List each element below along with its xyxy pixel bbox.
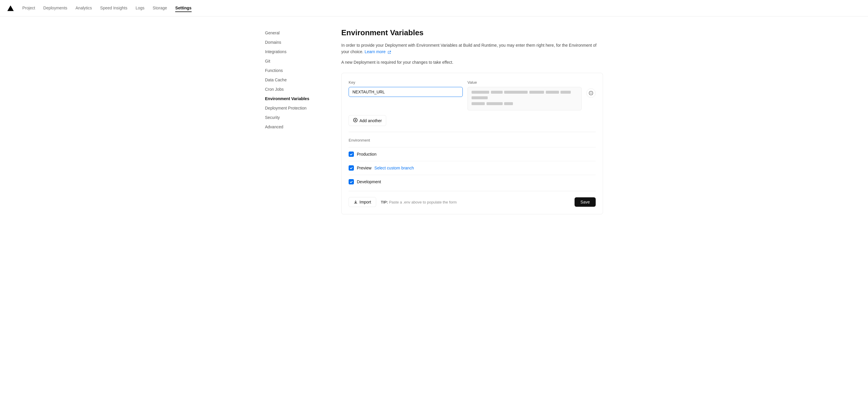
- tip-label: TIP:: [381, 200, 388, 204]
- value-box[interactable]: [467, 87, 582, 111]
- sidebar-item-advanced[interactable]: Advanced: [265, 122, 324, 132]
- env-development-row: Development: [349, 175, 596, 188]
- nav-project[interactable]: Project: [22, 4, 35, 12]
- select-custom-branch-link[interactable]: Select custom branch: [374, 166, 414, 170]
- production-label: Production: [357, 152, 376, 156]
- add-another-button[interactable]: Add another: [349, 115, 386, 126]
- topnav: Project Deployments Analytics Speed Insi…: [0, 0, 868, 17]
- development-label: Development: [357, 179, 381, 184]
- production-checkbox[interactable]: [349, 151, 354, 157]
- env-var-card: Key Value: [341, 73, 603, 215]
- preview-checkbox[interactable]: [349, 165, 354, 171]
- description: In order to provide your Deployment with…: [341, 42, 603, 55]
- sidebar-item-domains[interactable]: Domains: [265, 37, 324, 47]
- tip-text: TIP: Paste a .env above to populate the …: [381, 200, 457, 204]
- footer-row: Import TIP: Paste a .env above to popula…: [349, 191, 596, 207]
- save-button[interactable]: Save: [575, 197, 596, 207]
- key-col: Key: [349, 80, 463, 97]
- page-title: Environment Variables: [341, 28, 603, 37]
- add-another-label: Add another: [360, 118, 382, 123]
- sidebar-item-cron-jobs[interactable]: Cron Jobs: [265, 85, 324, 94]
- nav-logs[interactable]: Logs: [135, 4, 144, 12]
- import-label: Import: [360, 200, 371, 204]
- logo[interactable]: [7, 5, 14, 12]
- section-divider: [349, 132, 596, 132]
- nav-settings[interactable]: Settings: [175, 4, 191, 12]
- nav-analytics[interactable]: Analytics: [75, 4, 92, 12]
- nav-deployments[interactable]: Deployments: [43, 4, 67, 12]
- key-input[interactable]: [349, 87, 463, 97]
- import-icon: [353, 200, 358, 204]
- kv-row: Key Value: [349, 80, 596, 111]
- tip-content: Paste a .env above to populate the form: [389, 200, 457, 204]
- value-col: Value: [467, 80, 582, 111]
- page-layout: General Domains Integrations Git Functio…: [258, 17, 610, 233]
- sidebar-item-integrations[interactable]: Integrations: [265, 47, 324, 56]
- learn-more-link[interactable]: Learn more: [365, 49, 385, 54]
- sidebar-item-functions[interactable]: Functions: [265, 66, 324, 75]
- sidebar-item-environment-variables[interactable]: Environment Variables: [265, 94, 324, 104]
- sidebar-item-data-cache[interactable]: Data Cache: [265, 75, 324, 85]
- sidebar-item-deployment-protection[interactable]: Deployment Protection: [265, 104, 324, 113]
- preview-label: Preview: [357, 166, 372, 170]
- env-preview-row: Preview Select custom branch: [349, 161, 596, 175]
- remove-entry-button[interactable]: [586, 88, 596, 98]
- import-button[interactable]: Import: [349, 197, 376, 207]
- key-label: Key: [349, 80, 463, 85]
- main-content: Environment Variables In order to provid…: [341, 28, 603, 222]
- sidebar: General Domains Integrations Git Functio…: [265, 28, 324, 222]
- nav-speed-insights[interactable]: Speed Insights: [100, 4, 127, 12]
- development-checkbox[interactable]: [349, 179, 354, 184]
- plus-icon: [353, 118, 358, 123]
- sidebar-item-git[interactable]: Git: [265, 56, 324, 66]
- env-production-row: Production: [349, 147, 596, 161]
- environment-label: Environment: [349, 138, 596, 142]
- sidebar-item-general[interactable]: General: [265, 28, 324, 37]
- nav-storage[interactable]: Storage: [153, 4, 167, 12]
- value-label: Value: [467, 80, 582, 85]
- notice-text: A new Deployment is required for your ch…: [341, 60, 603, 65]
- sidebar-item-security[interactable]: Security: [265, 113, 324, 122]
- external-link-icon: [388, 51, 391, 54]
